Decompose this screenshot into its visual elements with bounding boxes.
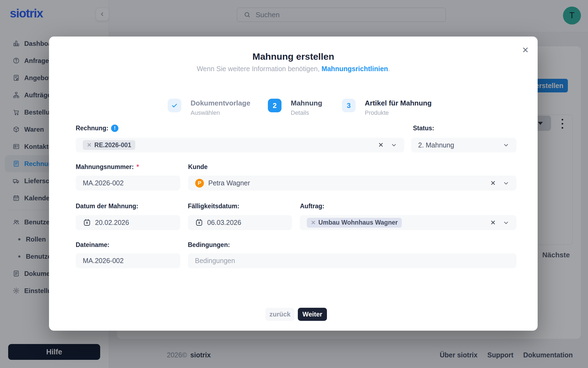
required-asterisk: * bbox=[136, 163, 139, 171]
tag-remove-icon[interactable]: ✕ bbox=[311, 219, 316, 226]
step-subtitle: Details bbox=[291, 109, 322, 116]
step-subtitle: Produkte bbox=[365, 109, 432, 116]
faelligkeitsdatum-picker[interactable]: 8 06.03.2026 bbox=[188, 215, 292, 230]
chevron-down-icon[interactable] bbox=[503, 142, 509, 148]
step-1-dokumentvorlage[interactable]: Dokumentvorlage Auswählen bbox=[168, 99, 250, 116]
step-3-marker: 3 bbox=[342, 99, 356, 112]
datum-value: 20.02.2026 bbox=[95, 219, 129, 227]
status-select[interactable]: 2. Mahnung bbox=[411, 138, 516, 152]
faelligkeitsdatum-label: Fälligkeitsdatum: bbox=[188, 203, 239, 210]
kunde-select[interactable]: P Petra Wagner ✕ bbox=[188, 176, 516, 191]
mahnungsnummer-field[interactable] bbox=[76, 176, 180, 191]
step-title: Mahnung bbox=[291, 99, 322, 107]
subtitle-text: Wenn Sie weitere Information benötigen, bbox=[197, 65, 321, 73]
mahnungsnummer-input[interactable] bbox=[83, 179, 173, 187]
datum-picker[interactable]: 8 20.02.2026 bbox=[76, 215, 180, 230]
bedingungen-input[interactable] bbox=[195, 257, 509, 265]
modal-subtitle: Wenn Sie weitere Information benötigen, … bbox=[49, 65, 538, 73]
kunde-value: Petra Wagner bbox=[208, 179, 250, 187]
dateiname-label: Dateiname: bbox=[76, 241, 109, 249]
step-3-artikel[interactable]: 3 Artikel für Mahnung Produkte bbox=[342, 99, 432, 116]
bedingungen-label: Bedingungen: bbox=[188, 241, 230, 249]
faelligkeitsdatum-value: 06.03.2026 bbox=[207, 219, 241, 227]
customer-avatar: P bbox=[195, 179, 204, 188]
step-2-marker: 2 bbox=[268, 99, 281, 112]
check-icon bbox=[171, 102, 178, 109]
status-value: 2. Mahnung bbox=[418, 141, 454, 149]
step-subtitle: Auswählen bbox=[191, 109, 250, 116]
chevron-down-icon[interactable] bbox=[391, 142, 397, 148]
modal-title: Mahnung erstellen bbox=[49, 51, 538, 62]
mahnungsnummer-label: Mahnungsnummer: * bbox=[76, 163, 139, 171]
rechnung-tag: ✕ RE.2026-001 bbox=[83, 140, 135, 150]
auftrag-select[interactable]: ✕ Umbau Wohnhaus Wagner ✕ bbox=[300, 215, 516, 230]
rechnung-select[interactable]: ✕ RE.2026-001 ✕ bbox=[76, 138, 404, 152]
back-button[interactable]: zurück bbox=[265, 308, 295, 321]
tag-remove-icon[interactable]: ✕ bbox=[87, 142, 92, 148]
svg-text:8: 8 bbox=[86, 221, 88, 224]
step-1-marker bbox=[168, 99, 181, 112]
chevron-down-icon[interactable] bbox=[503, 219, 509, 226]
info-icon[interactable]: ! bbox=[111, 125, 118, 132]
datum-label: Datum der Mahnung: bbox=[76, 203, 138, 210]
auftrag-tag: ✕ Umbau Wohnhaus Wagner bbox=[307, 218, 402, 228]
clear-icon[interactable]: ✕ bbox=[490, 179, 496, 187]
step-2-mahnung[interactable]: 2 Mahnung Details bbox=[268, 99, 322, 116]
clear-icon[interactable]: ✕ bbox=[490, 219, 496, 227]
step-title: Dokumentvorlage bbox=[191, 99, 250, 107]
rechnung-label: Rechnung: ! bbox=[76, 125, 118, 132]
bedingungen-field[interactable] bbox=[188, 253, 516, 268]
calendar-date-icon: 8 bbox=[83, 218, 91, 227]
svg-text:8: 8 bbox=[198, 221, 200, 224]
clear-icon[interactable]: ✕ bbox=[378, 141, 384, 149]
mahnungsrichtlinien-link[interactable]: Mahnungsrichtlinien bbox=[321, 65, 388, 73]
kunde-label: Kunde bbox=[188, 163, 208, 171]
status-label: Status: bbox=[413, 125, 434, 132]
calendar-date-icon: 8 bbox=[195, 218, 203, 227]
create-reminder-modal: ✕ Mahnung erstellen Wenn Sie weitere Inf… bbox=[49, 37, 538, 331]
dateiname-input[interactable] bbox=[83, 257, 173, 265]
chevron-down-icon[interactable] bbox=[503, 180, 509, 186]
dateiname-field[interactable] bbox=[76, 253, 180, 268]
step-title: Artikel für Mahnung bbox=[365, 99, 432, 107]
auftrag-label: Auftrag: bbox=[300, 203, 324, 210]
next-button[interactable]: Weiter bbox=[298, 308, 327, 321]
